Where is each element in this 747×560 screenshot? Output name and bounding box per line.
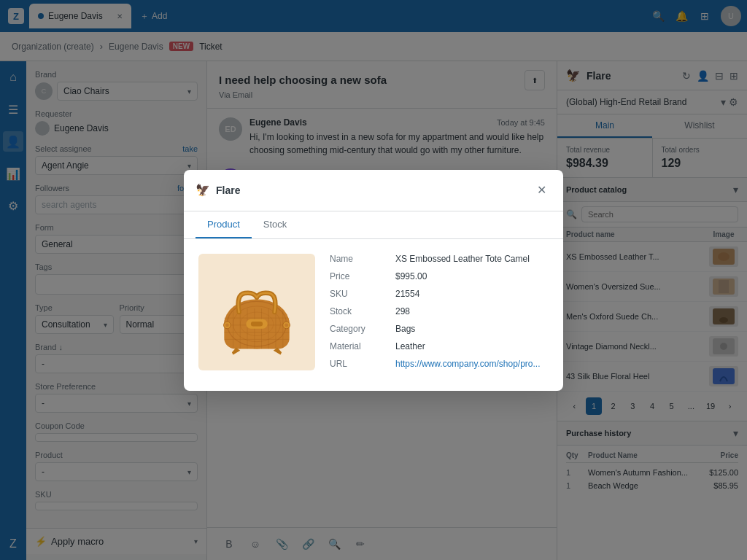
material-key: Material — [330, 341, 395, 351]
detail-url: URL https://www.company.com/shop/pro... — [330, 359, 549, 369]
url-key: URL — [330, 359, 395, 369]
sku-val: 21554 — [395, 289, 419, 299]
detail-stock: Stock 298 — [330, 306, 549, 316]
product-modal: 🦅 Flare ✕ Product Stock — [184, 170, 563, 391]
modal-product-image — [198, 254, 315, 370]
category-key: Category — [330, 324, 395, 334]
modal-product-details: Name XS Embossed Leather Tote Camel Pric… — [330, 254, 549, 376]
svg-rect-12 — [224, 312, 289, 349]
price-val: $995.00 — [395, 271, 427, 281]
svg-rect-29 — [251, 322, 263, 327]
url-val[interactable]: https://www.company.com/shop/pro... — [395, 359, 541, 369]
modal-tabs: Product Stock — [184, 211, 563, 239]
category-val: Bags — [395, 324, 415, 334]
detail-price: Price $995.00 — [330, 271, 549, 281]
modal-overlay[interactable]: 🦅 Flare ✕ Product Stock — [0, 0, 747, 560]
svg-point-32 — [225, 323, 229, 327]
price-key: Price — [330, 271, 395, 281]
detail-sku: SKU 21554 — [330, 289, 549, 299]
stock-key: Stock — [330, 306, 395, 316]
detail-category: Category Bags — [330, 324, 549, 334]
svg-point-33 — [285, 323, 288, 327]
modal-header: 🦅 Flare ✕ — [184, 170, 563, 211]
detail-name: Name XS Embossed Leather Tote Camel — [330, 254, 549, 264]
modal-body: Name XS Embossed Leather Tote Camel Pric… — [184, 239, 563, 391]
modal-tab-stock[interactable]: Stock — [252, 211, 299, 238]
modal-close-button[interactable]: ✕ — [531, 180, 551, 201]
modal-tab-product[interactable]: Product — [196, 211, 252, 238]
name-val: XS Embossed Leather Tote Camel — [395, 254, 530, 264]
material-val: Leather — [395, 341, 425, 351]
name-key: Name — [330, 254, 395, 264]
detail-material: Material Leather — [330, 341, 549, 351]
stock-val: 298 — [395, 306, 410, 316]
modal-flare-icon: 🦅 — [196, 183, 210, 197]
sku-key: SKU — [330, 289, 395, 299]
modal-title: Flare — [216, 184, 240, 196]
